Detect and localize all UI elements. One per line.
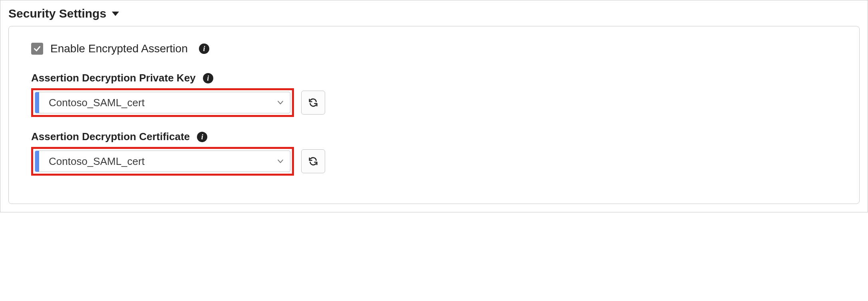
chevron-down-icon <box>271 151 290 172</box>
enable-encrypted-row: Enable Encrypted Assertion i <box>31 42 837 55</box>
private-key-label: Assertion Decryption Private Key <box>31 72 196 84</box>
private-key-label-row: Assertion Decryption Private Key i <box>31 72 837 84</box>
private-key-value: Contoso_SAML_cert <box>39 92 271 113</box>
refresh-icon <box>308 97 319 108</box>
checkmark-icon <box>33 45 41 53</box>
enable-encrypted-checkbox[interactable] <box>31 43 43 55</box>
certificate-select[interactable]: Contoso_SAML_cert <box>35 150 290 172</box>
section-title: Security Settings <box>8 7 106 20</box>
private-key-field: Assertion Decryption Private Key i Conto… <box>31 72 837 117</box>
section-header[interactable]: Security Settings <box>8 7 860 20</box>
highlight-box: Contoso_SAML_cert <box>31 147 294 176</box>
private-key-refresh-button[interactable] <box>301 91 325 115</box>
panel-outer: Security Settings Enable Encrypted Asser… <box>0 0 868 212</box>
certificate-field: Assertion Decryption Certificate i Conto… <box>31 131 837 176</box>
caret-down-icon <box>112 12 119 16</box>
private-key-select-row: Contoso_SAML_cert <box>31 88 837 117</box>
enable-encrypted-label: Enable Encrypted Assertion <box>50 42 188 55</box>
select-accent-bar <box>35 151 39 172</box>
certificate-select-row: Contoso_SAML_cert <box>31 147 837 176</box>
info-icon[interactable]: i <box>199 44 209 54</box>
section-body: Enable Encrypted Assertion i Assertion D… <box>8 26 860 204</box>
certificate-value: Contoso_SAML_cert <box>39 151 271 172</box>
certificate-label: Assertion Decryption Certificate <box>31 131 190 143</box>
refresh-icon <box>308 156 319 167</box>
highlight-box: Contoso_SAML_cert <box>31 88 294 117</box>
info-icon[interactable]: i <box>197 132 207 142</box>
chevron-down-icon <box>271 92 290 113</box>
certificate-label-row: Assertion Decryption Certificate i <box>31 131 837 143</box>
select-accent-bar <box>35 92 39 113</box>
private-key-select[interactable]: Contoso_SAML_cert <box>35 92 290 113</box>
info-icon[interactable]: i <box>203 73 213 83</box>
certificate-refresh-button[interactable] <box>301 149 325 173</box>
